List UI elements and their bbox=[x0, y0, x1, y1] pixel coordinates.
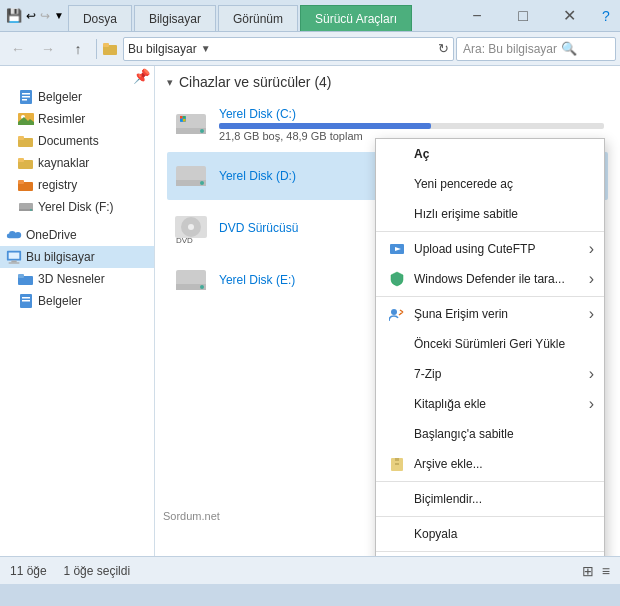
ctx-bicimlendir[interactable]: Biçimlendir... bbox=[376, 484, 604, 514]
drive-dvd-icon: DVD bbox=[171, 208, 211, 248]
search-bar[interactable]: Ara: Bu bilgisayar 🔍 bbox=[456, 37, 616, 61]
svg-rect-20 bbox=[11, 261, 16, 263]
sidebar-item-documents-label: Documents bbox=[38, 134, 99, 148]
svg-point-29 bbox=[200, 129, 204, 133]
ctx-arsive-ekle-icon bbox=[388, 455, 406, 473]
ctx-baslangic[interactable]: Başlangıç'a sabitle bbox=[376, 419, 604, 449]
ctx-kopyala[interactable]: Kopyala bbox=[376, 519, 604, 549]
svg-rect-52 bbox=[395, 463, 399, 465]
sidebar-item-belgeler[interactable]: Belgeler bbox=[0, 86, 154, 108]
address-refresh-button[interactable]: ↻ bbox=[438, 41, 449, 56]
svg-rect-19 bbox=[9, 253, 20, 259]
sidebar-item-registry-label: registry bbox=[38, 178, 77, 192]
sidebar-item-bu-bilgisayar[interactable]: Bu bilgisayar bbox=[0, 246, 154, 268]
ctx-arsive-ekle-label: Arşive ekle... bbox=[414, 457, 483, 471]
ctx-erisim-ver[interactable]: Şuna Erişim verin bbox=[376, 299, 604, 329]
sidebar-item-onedrive-label: OneDrive bbox=[26, 228, 77, 242]
sidebar-item-onedrive[interactable]: OneDrive bbox=[0, 224, 154, 246]
sidebar-item-yerel-disk-f-label: Yerel Disk (F:) bbox=[38, 200, 114, 214]
drive-icon-sidebar bbox=[18, 199, 34, 215]
ctx-yeni-pencere-icon bbox=[388, 175, 406, 193]
tab-bilgisayar[interactable]: Bilgisayar bbox=[134, 5, 216, 31]
ctx-kopyala-label: Kopyala bbox=[414, 527, 457, 541]
maximize-button[interactable]: □ bbox=[500, 0, 546, 32]
svg-rect-26 bbox=[22, 300, 30, 302]
svg-rect-21 bbox=[9, 262, 20, 263]
ctx-kitapliga-ekle[interactable]: Kitaplığa ekle bbox=[376, 389, 604, 419]
search-placeholder-text: Ara: Bu bilgisayar bbox=[463, 42, 557, 56]
svg-rect-12 bbox=[18, 158, 24, 162]
ctx-defender-label: Windows Defender ile tara... bbox=[414, 272, 565, 286]
ctx-onceki-icon bbox=[388, 335, 406, 353]
ctx-hizli-erisim[interactable]: Hızlı erişime sabitle bbox=[376, 199, 604, 229]
sidebar-item-resimler-label: Resimler bbox=[38, 112, 85, 126]
undo-icon[interactable]: ↩ bbox=[26, 9, 36, 23]
sidebar-item-belgeler2-label: Belgeler bbox=[38, 294, 82, 308]
document-icon bbox=[18, 89, 34, 105]
sidebar-pin-area: 📌 bbox=[0, 66, 154, 86]
ctx-kisayol[interactable]: Kısayol oluştur bbox=[376, 554, 604, 556]
toolbar: ← → ↑ Bu bilgisayar ▼ ↻ Ara: Bu bilgisay… bbox=[0, 32, 620, 66]
forward-button[interactable]: → bbox=[34, 35, 62, 63]
ctx-defender[interactable]: Windows Defender ile tara... bbox=[376, 264, 604, 294]
view-list-button[interactable]: ≡ bbox=[602, 563, 610, 579]
ctx-yeni-pencere[interactable]: Yeni pencerede aç bbox=[376, 169, 604, 199]
context-menu: Aç Yeni pencerede aç Hızlı erişime sabit… bbox=[375, 138, 605, 556]
tab-dosya[interactable]: Dosya bbox=[68, 5, 132, 31]
sidebar-item-yerel-disk-f[interactable]: Yerel Disk (F:) bbox=[0, 196, 154, 218]
ctx-ac[interactable]: Aç bbox=[376, 139, 604, 169]
minimize-button[interactable]: − bbox=[454, 0, 500, 32]
svg-point-38 bbox=[200, 181, 204, 185]
ctx-cuteftp-label: Upload using CuteFTP bbox=[414, 242, 535, 256]
svg-point-48 bbox=[391, 309, 397, 315]
ctx-arsive-ekle[interactable]: Arşive ekle... bbox=[376, 449, 604, 479]
address-dropdown-arrow[interactable]: ▼ bbox=[201, 43, 211, 54]
ctx-kopyala-icon bbox=[388, 525, 406, 543]
sidebar-item-registry[interactable]: registry bbox=[0, 174, 154, 196]
ctx-separator-4 bbox=[376, 551, 604, 552]
ctx-kitapliga-ekle-label: Kitaplığa ekle bbox=[414, 397, 486, 411]
status-bar: 11 öğe 1 öğe seçildi ⊞ ≡ bbox=[0, 556, 620, 584]
ctx-7zip[interactable]: 7-Zip bbox=[376, 359, 604, 389]
drive-c-info: Yerel Disk (C:) 21,8 GB boş, 48,9 GB top… bbox=[219, 107, 604, 142]
sidebar-item-kaynaklar[interactable]: kaynaklar bbox=[0, 152, 154, 174]
ctx-cuteftp[interactable]: Upload using CuteFTP bbox=[376, 234, 604, 264]
address-bar[interactable]: Bu bilgisayar ▼ ↻ bbox=[123, 37, 454, 61]
drive-c-icon bbox=[171, 104, 211, 144]
svg-rect-4 bbox=[22, 96, 30, 98]
content-section-title: Cihazlar ve sürücüler (4) bbox=[179, 74, 332, 90]
back-button[interactable]: ← bbox=[4, 35, 32, 63]
ctx-defender-icon bbox=[388, 270, 406, 288]
tab-gorunum[interactable]: Görünüm bbox=[218, 5, 298, 31]
ctx-onceki[interactable]: Önceki Sürümleri Geri Yükle bbox=[376, 329, 604, 359]
sidebar-item-3d-nesneler-label: 3D Nesneler bbox=[38, 272, 105, 286]
folder-yellow-icon bbox=[18, 133, 34, 149]
document2-icon bbox=[18, 293, 34, 309]
up-button[interactable]: ↑ bbox=[64, 35, 92, 63]
svg-rect-23 bbox=[18, 274, 24, 278]
sidebar-item-documents[interactable]: Documents bbox=[0, 130, 154, 152]
folder-orange-icon bbox=[18, 177, 34, 193]
content-area: ▾ Cihazlar ve sürücüler (4) bbox=[155, 66, 620, 556]
pin-icon[interactable]: 📌 bbox=[133, 68, 150, 84]
drive-d-icon bbox=[171, 156, 211, 196]
dropdown-quick-access[interactable]: ▼ bbox=[54, 10, 64, 21]
sidebar-item-3d-nesneler[interactable]: 3D Nesneler bbox=[0, 268, 154, 290]
drive-e-icon bbox=[171, 260, 211, 300]
folder-yellow2-icon bbox=[18, 155, 34, 171]
tab-surucu-araclari[interactable]: Sürücü Araçları bbox=[300, 5, 412, 31]
quick-access-icon[interactable]: 💾 bbox=[6, 8, 22, 23]
svg-rect-10 bbox=[18, 136, 24, 140]
help-button[interactable]: ? bbox=[592, 2, 620, 30]
drive-c-bar-bg bbox=[219, 123, 604, 129]
close-button[interactable]: ✕ bbox=[546, 0, 592, 32]
redo-icon[interactable]: ↪ bbox=[40, 9, 50, 23]
title-bar: 💾 ↩ ↪ ▼ Dosya Bilgisayar Görünüm Sürücü … bbox=[0, 0, 620, 32]
view-grid-button[interactable]: ⊞ bbox=[582, 563, 594, 579]
status-right: ⊞ ≡ bbox=[582, 563, 610, 579]
sidebar-item-resimler[interactable]: Resimler bbox=[0, 108, 154, 130]
sidebar-item-belgeler2[interactable]: Belgeler bbox=[0, 290, 154, 312]
svg-rect-5 bbox=[22, 99, 27, 101]
search-icon[interactable]: 🔍 bbox=[561, 41, 577, 56]
collapse-arrow-icon[interactable]: ▾ bbox=[167, 76, 173, 89]
